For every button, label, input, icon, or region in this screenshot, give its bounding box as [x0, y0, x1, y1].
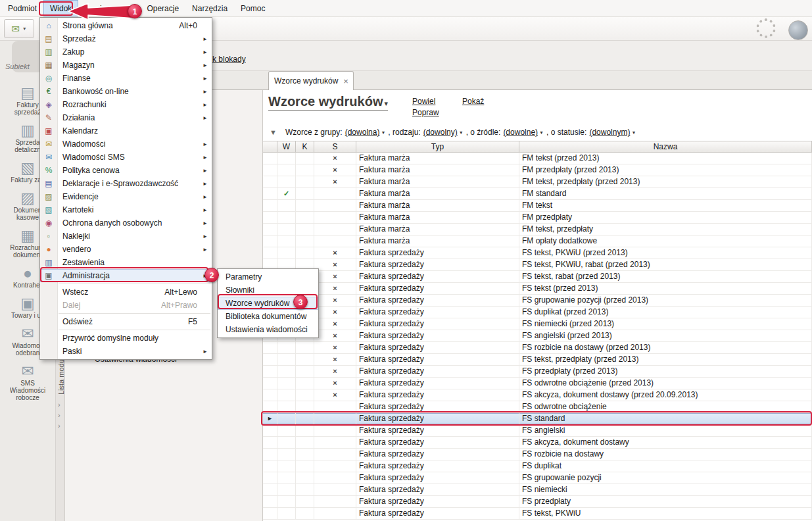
menu-item-deklaracje-i-e-sprawozdawczo[interactable]: ▤Deklaracje i e-Sprawozdawczość►	[40, 177, 212, 190]
table-row[interactable]: Faktura sprzedażyFS tekst, PKWiU	[263, 508, 812, 520]
menu-item-dzia-ania[interactable]: ✎Działania►	[40, 111, 212, 124]
table-row[interactable]: Faktura sprzedażyFS przedpłaty	[263, 496, 812, 508]
page-title-dropdown[interactable]: Wzorce wydruków▾	[268, 94, 388, 111]
table-row[interactable]: ×Faktura sprzedażyFS angielski (przed 20…	[263, 330, 812, 342]
menu-item-naklejki[interactable]: ▫Naklejki►	[40, 230, 212, 243]
table-row[interactable]: ×Faktura sprzedażyFS tekst, przedpłaty (…	[263, 354, 812, 366]
menu-item-ewidencje[interactable]: ▨Ewidencje►	[40, 190, 212, 203]
sidebar-item-sms-wiadomo-ci-robocze[interactable]: ✉SMSWiadomościrobocze	[0, 362, 55, 401]
menu-item-finanse[interactable]: ◎Finanse►	[40, 72, 212, 85]
table-row[interactable]: Faktura sprzedażyFS akcyza, dokument dos…	[263, 437, 812, 449]
column-header-w[interactable]: W	[277, 141, 296, 152]
menubar-item-pomoc[interactable]: Pomoc	[234, 0, 272, 16]
table-row[interactable]: Faktura sprzedażyFS niemiecki	[263, 484, 812, 496]
table-row[interactable]: ×Faktura marżaFM tekst, przedpłaty (prze…	[263, 176, 812, 188]
table-row[interactable]: ×Faktura sprzedażyFS rozbicie na dostawy…	[263, 342, 812, 354]
submenu-item-s-owniki[interactable]: Słowniki	[218, 284, 318, 297]
menubar-item-podmiot[interactable]: Podmiot	[1, 0, 43, 16]
chevron-down-icon[interactable]: ▼	[381, 130, 385, 135]
cell-typ: Faktura sprzedaży	[356, 283, 519, 294]
menu-item-bankowo-on-line[interactable]: €Bankowość on-line►	[40, 85, 212, 98]
account-avatar[interactable]	[788, 20, 808, 40]
submenu-item-wzorce-wydruk-w[interactable]: Wzorce wydruków	[218, 297, 318, 310]
filter-value-rodzaju[interactable]: (dowolny)	[423, 128, 458, 137]
menu-item-paski[interactable]: Paski►	[40, 345, 212, 358]
gear-icon[interactable]	[756, 18, 776, 38]
column-header-nazwa[interactable]: Nazwa	[519, 141, 812, 152]
menu-item-sprzeda[interactable]: ▤Sprzedaż►	[40, 32, 212, 45]
table-row[interactable]: Faktura marżaFM opłaty dodatkowe	[263, 236, 812, 247]
column-header-s[interactable]: S	[314, 141, 356, 152]
menubar-item-narz-dzia[interactable]: Narzędzia	[185, 0, 234, 16]
column-header-typ[interactable]: Typ	[356, 141, 519, 152]
duplicate-link[interactable]: Powiel	[412, 97, 435, 106]
filter-value-wzorce-z-grupy[interactable]: (dowolna)	[345, 128, 380, 137]
menu-item-strona-g-wna[interactable]: ⌂Strona głównaAlt+0	[40, 19, 212, 32]
chevron-down-icon[interactable]: ▼	[459, 130, 464, 135]
table-row[interactable]: ×Faktura sprzedażyFS duplikat (przed 201…	[263, 307, 812, 318]
cell-typ: Faktura sprzedaży	[356, 247, 519, 259]
submenu-item-biblioteka-dokument-w[interactable]: Biblioteka dokumentów	[218, 310, 318, 323]
menu-item-od-wie[interactable]: OdświeżF5	[40, 315, 212, 328]
menu-item-wiadomo-ci[interactable]: ✉Wiadomości►	[40, 137, 212, 151]
table-row[interactable]: ×Faktura marżaFM tekst (przed 2013)	[263, 153, 812, 164]
table-row[interactable]: ×Faktura sprzedażyFS akcyza, dokument do…	[263, 389, 812, 401]
menu-item-kalendarz[interactable]: ▣Kalendarz	[40, 124, 212, 137]
table-row[interactable]: Faktura marżaFM tekst	[263, 200, 812, 212]
submenu-item-ustawienia-wiadomo-ci[interactable]: Ustawienia wiadomości	[218, 323, 318, 336]
table-row[interactable]: ×Faktura sprzedażyFS odwrotne obciążenie…	[263, 378, 812, 389]
cell-k	[296, 366, 314, 377]
menu-item-vendero[interactable]: ●vendero►	[40, 243, 212, 256]
menubar-item-partial[interactable]: Wzo	[125, 4, 141, 13]
table-row[interactable]: ×Faktura sprzedażyFS grupowanie pozycji …	[263, 295, 812, 307]
menu-item-zakup[interactable]: ▥Zakup►	[40, 45, 212, 59]
column-header-k[interactable]: K	[296, 141, 314, 152]
menu-item-rozrachunki[interactable]: ◈Rozrachunki►	[40, 98, 212, 111]
table-row[interactable]: ►Faktura sprzedażyFS standard	[263, 413, 812, 425]
menu-item-polityka-cenowa[interactable]: %Polityka cenowa►	[40, 164, 212, 177]
menu-item-kartoteki[interactable]: ▧Kartoteki►	[40, 203, 212, 216]
menu-item-magazyn[interactable]: ▦Magazyn►	[40, 59, 212, 72]
table-row[interactable]: ×Faktura sprzedażyFS przedpłaty (przed 2…	[263, 366, 812, 378]
table-row[interactable]: ✓Faktura marżaFM standard	[263, 188, 812, 200]
filter-value-o-r-dle[interactable]: (dowolne)	[503, 128, 538, 137]
table-row[interactable]: Faktura sprzedażyFS rozbicie na dostawy	[263, 449, 812, 460]
menu-item-administracja[interactable]: ▣Administracja►	[40, 269, 212, 282]
table-row[interactable]: ×Faktura sprzedażyFS tekst, PKWiU, rabat…	[263, 259, 812, 271]
menu-item-label: Działania	[62, 113, 197, 122]
show-link[interactable]: Pokaż	[462, 97, 484, 106]
chevron-down-icon[interactable]: ▼	[631, 130, 636, 135]
menu-item-wstecz[interactable]: WsteczAlt+Lewo	[40, 285, 212, 299]
mail-button[interactable]: ✉ ▼	[4, 19, 34, 38]
menubar-item-operacje[interactable]: Operacje	[140, 0, 185, 16]
filter-value-o-statusie[interactable]: (dowolnym)	[589, 128, 630, 137]
edit-link[interactable]: Popraw	[412, 108, 439, 117]
table-row[interactable]: Faktura sprzedażyFS duplikat	[263, 460, 812, 472]
table-row[interactable]: Faktura sprzedażyFS odwrotne obciążenie	[263, 401, 812, 413]
table-row[interactable]: Faktura sprzedażyFS angielski	[263, 425, 812, 437]
table-row[interactable]: ×Faktura sprzedażyFS niemiecki (przed 20…	[263, 318, 812, 330]
table-row[interactable]: ×Faktura sprzedażyFS tekst (przed 2013)	[263, 283, 812, 295]
chevron-down-icon[interactable]: ▼	[539, 130, 544, 135]
table-row[interactable]: ×Faktura sprzedażyFS tekst, rabat (przed…	[263, 271, 812, 283]
blockades-link[interactable]: k blokady	[212, 55, 246, 64]
table-row[interactable]: Faktura sprzedażyFS grupowanie pozycji	[263, 472, 812, 484]
menubar-item-widok[interactable]: Widok	[43, 0, 78, 16]
menu-item-przywr-domy-lne-modu-y[interactable]: Przywróć domyślne moduły	[40, 332, 212, 345]
close-icon[interactable]: ×	[343, 76, 348, 86]
menu-item-wiadomo-ci-sms[interactable]: ✉Wiadomości SMS►	[40, 151, 212, 164]
table-row[interactable]: Faktura marżaFM przedpłaty	[263, 212, 812, 224]
table-row[interactable]: Faktura marżaFM tekst, przedpłaty	[263, 224, 812, 236]
strip-chevron-icon[interactable]: ›	[58, 422, 60, 430]
tab-wzorce-wydrukow[interactable]: Wzorce wydruków ×	[268, 71, 354, 90]
filter-icon[interactable]: ▼	[270, 128, 277, 136]
menu-item-zestawienia[interactable]: ▥Zestawienia	[40, 256, 212, 269]
cell-w	[277, 425, 296, 436]
menubar-item-partial[interactable]: j	[100, 4, 102, 13]
strip-chevron-icon[interactable]: ›	[58, 401, 60, 409]
menu-item-ochrona-danych-osobowych[interactable]: ◉Ochrona danych osobowych►	[40, 216, 212, 230]
strip-chevron-icon[interactable]: ›	[58, 412, 60, 419]
submenu-item-parametry[interactable]: Parametry	[218, 270, 318, 284]
table-row[interactable]: ×Faktura sprzedażyFS tekst, PKWiU (przed…	[263, 247, 812, 259]
table-row[interactable]: ×Faktura marżaFM przedpłaty (przed 2013)	[263, 164, 812, 176]
